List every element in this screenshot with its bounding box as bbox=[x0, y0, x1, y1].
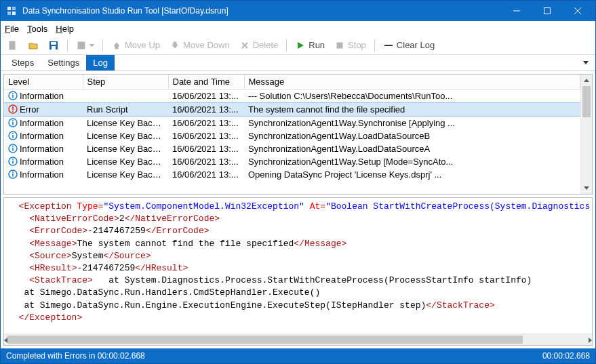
move-down-button[interactable]: Move Down bbox=[167, 39, 233, 52]
cell-step: License Key Back... bbox=[83, 129, 168, 142]
error-icon bbox=[8, 104, 18, 114]
exception-xml[interactable]: <Exception Type="System.ComponentModel.W… bbox=[4, 198, 592, 333]
log-table-container: Level Step Date and Time Message Informa… bbox=[3, 74, 593, 195]
run-button[interactable]: Run bbox=[292, 39, 327, 52]
cell-level: Information bbox=[4, 142, 83, 155]
svg-point-35 bbox=[12, 171, 14, 173]
cell-message: SynchronizationAgent1Way.Synchronise [Ap… bbox=[244, 117, 580, 130]
open-button[interactable] bbox=[25, 39, 41, 52]
info-icon bbox=[8, 169, 18, 179]
cell-step: License Key Back... bbox=[83, 155, 168, 168]
tab-settings[interactable]: Settings bbox=[41, 55, 86, 70]
log-table-scroll[interactable]: Level Step Date and Time Message Informa… bbox=[4, 75, 580, 194]
delete-label: Delete bbox=[253, 40, 279, 50]
svg-point-26 bbox=[12, 133, 14, 134]
scroll-thumb[interactable] bbox=[582, 86, 591, 117]
arrow-up-icon bbox=[111, 40, 122, 51]
move-down-label: Move Down bbox=[183, 40, 230, 50]
table-row[interactable]: InformationLicense Key Back...16/06/2021… bbox=[4, 117, 580, 130]
cell-step: License Key Back... bbox=[83, 168, 168, 181]
content: Level Step Date and Time Message Informa… bbox=[1, 71, 595, 348]
separator bbox=[102, 39, 103, 52]
toolbar: Move Up Move Down Delete Run Stop Clear … bbox=[1, 36, 595, 55]
scroll-track[interactable] bbox=[581, 86, 592, 182]
new-icon bbox=[7, 40, 18, 51]
col-level[interactable]: Level bbox=[4, 75, 83, 89]
col-message[interactable]: Message bbox=[244, 75, 580, 89]
app-icon bbox=[6, 5, 17, 16]
menubar: File Tools Help bbox=[1, 21, 595, 36]
tabbar: Steps Settings Log bbox=[1, 55, 595, 71]
menu-tools[interactable]: Tools bbox=[27, 24, 47, 34]
clear-log-label: Clear Log bbox=[397, 40, 435, 50]
table-row[interactable]: InformationLicense Key Back...16/06/2021… bbox=[4, 142, 580, 155]
svg-point-32 bbox=[12, 159, 14, 160]
minimize-button[interactable] bbox=[501, 1, 532, 21]
separator bbox=[374, 39, 375, 52]
col-datetime[interactable]: Date and Time bbox=[168, 75, 244, 89]
tab-dropdown[interactable] bbox=[580, 55, 591, 70]
titlebar: Data Synchronisation Studio Run Tool [St… bbox=[1, 1, 595, 21]
status-text: Completed with Errors in 00:00:02.668 bbox=[6, 351, 145, 361]
cell-message: The system cannot find the file specifie… bbox=[244, 103, 580, 117]
scroll-thumb-h[interactable] bbox=[7, 336, 523, 344]
cell-step: License Key Back... bbox=[83, 117, 168, 130]
cell-datetime: 16/06/2021 13:... bbox=[168, 117, 244, 130]
maximize-button[interactable] bbox=[532, 1, 562, 21]
cell-level: Information bbox=[4, 168, 83, 181]
window-title: Data Synchronisation Studio Run Tool [St… bbox=[22, 6, 496, 16]
svg-rect-13 bbox=[337, 43, 342, 48]
cell-datetime: 16/06/2021 13:... bbox=[168, 103, 244, 117]
save-button[interactable] bbox=[45, 39, 62, 52]
horizontal-scrollbar[interactable] bbox=[4, 333, 592, 345]
add-icon bbox=[76, 40, 87, 51]
save-icon bbox=[48, 40, 59, 51]
svg-rect-10 bbox=[51, 42, 56, 45]
close-button[interactable] bbox=[562, 1, 593, 21]
stop-label: Stop bbox=[348, 40, 366, 50]
window-controls bbox=[501, 1, 593, 21]
svg-rect-1 bbox=[12, 7, 16, 10]
cell-step: Run Script bbox=[83, 103, 168, 117]
cell-step bbox=[83, 89, 168, 103]
cell-message: SynchronizationAgent1Way.Setup [Mode=Syn… bbox=[244, 155, 580, 168]
statusbar: Completed with Errors in 00:00:02.668 00… bbox=[1, 348, 595, 363]
info-icon bbox=[8, 118, 18, 127]
scroll-right-icon[interactable] bbox=[589, 334, 592, 346]
svg-rect-2 bbox=[7, 12, 11, 15]
table-row[interactable]: Information16/06/2021 13:...--- Solution… bbox=[4, 89, 580, 103]
delete-button[interactable]: Delete bbox=[237, 39, 281, 52]
cell-message: SynchronizationAgent1Way.LoadDataSourceA bbox=[244, 142, 580, 155]
cell-level: Information bbox=[4, 155, 83, 168]
cell-step: License Key Back... bbox=[83, 142, 168, 155]
clear-icon bbox=[383, 40, 394, 51]
stop-button[interactable]: Stop bbox=[332, 39, 369, 52]
table-row[interactable]: InformationLicense Key Back...16/06/2021… bbox=[4, 168, 580, 181]
new-button[interactable] bbox=[5, 39, 21, 52]
col-step[interactable]: Step bbox=[83, 75, 168, 89]
detail-pane: <Exception Type="System.ComponentModel.W… bbox=[3, 197, 593, 346]
svg-rect-5 bbox=[544, 8, 550, 14]
cell-level: Information bbox=[4, 129, 83, 142]
menu-help[interactable]: Help bbox=[56, 24, 74, 34]
svg-point-29 bbox=[12, 146, 14, 147]
table-row[interactable]: InformationLicense Key Back...16/06/2021… bbox=[4, 129, 580, 142]
move-up-button[interactable]: Move Up bbox=[108, 39, 163, 52]
menu-file[interactable]: File bbox=[5, 24, 19, 34]
scroll-track-h[interactable] bbox=[7, 334, 589, 345]
clear-log-button[interactable]: Clear Log bbox=[380, 39, 437, 52]
vertical-scrollbar[interactable] bbox=[580, 75, 592, 194]
play-icon bbox=[295, 40, 306, 51]
scroll-down-icon[interactable] bbox=[581, 182, 592, 194]
add-button[interactable] bbox=[73, 39, 97, 52]
info-icon bbox=[8, 157, 18, 166]
table-row[interactable]: ErrorRun Script16/06/2021 13:...The syst… bbox=[4, 103, 580, 117]
svg-rect-28 bbox=[12, 148, 14, 151]
svg-point-23 bbox=[12, 120, 14, 121]
table-row[interactable]: InformationLicense Key Back...16/06/2021… bbox=[4, 155, 580, 168]
tab-log[interactable]: Log bbox=[86, 55, 115, 70]
info-icon bbox=[8, 91, 18, 100]
tab-steps[interactable]: Steps bbox=[5, 55, 41, 70]
cell-level: Information bbox=[4, 89, 83, 103]
scroll-up-icon[interactable] bbox=[581, 75, 592, 86]
